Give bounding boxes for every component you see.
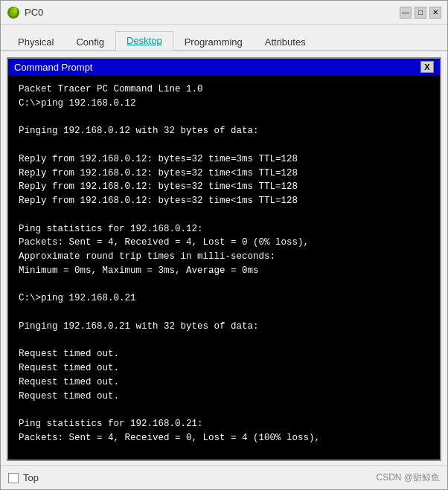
tab-physical[interactable]: Physical [7,33,65,51]
cmd-line: Reply from 192.168.0.12: bytes=32 time<1… [19,167,429,181]
cmd-line [19,278,429,292]
cmd-line [19,445,429,460]
tab-config[interactable]: Config [65,33,115,51]
cmd-line [19,403,429,417]
watermark: CSDN @甜鲸鱼 [376,471,440,484]
command-prompt-window: Command Prompt X Packet Tracer PC Comman… [7,57,441,461]
tab-bar: Physical Config Desktop Programming Attr… [1,25,447,51]
maximize-button[interactable]: □ [415,7,426,19]
cmd-body[interactable]: Packet Tracer PC Command Line 1.0C:\>pin… [8,75,440,460]
cmd-close-button[interactable]: X [420,61,434,73]
tab-desktop[interactable]: Desktop [115,31,173,51]
cmd-line: C:\>ping 192.168.0.12 [19,97,429,111]
cmd-line: Reply from 192.168.0.12: bytes=32 time<1… [19,194,429,208]
cmd-line [19,334,429,348]
cmd-line: Packets: Sent = 4, Received = 4, Lost = … [19,236,429,250]
cmd-line [19,138,429,152]
tab-attributes[interactable]: Attributes [254,33,317,51]
window-title: PC0 [25,7,43,18]
close-button[interactable]: ✕ [429,7,441,19]
cmd-line: Pinging 192.168.0.12 with 32 bytes of da… [19,124,429,138]
cmd-line [19,208,429,222]
cmd-line: C:\> [19,459,429,460]
cmd-line [19,306,429,320]
cmd-line: Minimum = 0ms, Maximum = 3ms, Average = … [19,264,429,278]
cmd-line: Reply from 192.168.0.12: bytes=32 time=3… [19,152,429,167]
window-controls: — □ ✕ [400,7,441,19]
app-icon [7,6,20,19]
cmd-line: Ping statistics for 192.168.0.12: [19,222,429,236]
svg-point-2 [13,7,17,13]
cmd-line: C:\>ping 192.168.0.21 [19,291,429,306]
tab-programming[interactable]: Programming [173,33,254,51]
top-checkbox[interactable] [8,473,19,483]
cmd-line [19,111,429,125]
cmd-line: Request timed out. [19,375,429,390]
cmd-line: Request timed out. [19,390,429,404]
cmd-line: Request timed out. [19,361,429,375]
cmd-line: Pinging 192.168.0.21 with 32 bytes of da… [19,320,429,334]
cmd-line: Ping statistics for 192.168.0.21: [19,417,429,431]
cmd-title-label: Command Prompt [14,62,92,73]
minimize-button[interactable]: — [400,7,412,19]
top-label: Top [23,472,39,483]
cmd-line: Reply from 192.168.0.12: bytes=32 time<1… [19,180,429,194]
cmd-line: Approximate round trip times in milli-se… [19,250,429,264]
bottom-left: Top [8,472,39,483]
cmd-title-bar: Command Prompt X [8,59,440,75]
cmd-line: Request timed out. [19,347,429,361]
bottom-bar: Top CSDN @甜鲸鱼 [1,465,447,489]
cmd-line: Packets: Sent = 4, Received = 0, Lost = … [19,431,429,445]
main-content: Command Prompt X Packet Tracer PC Comman… [1,51,447,467]
cmd-line: Packet Tracer PC Command Line 1.0 [19,83,429,97]
title-bar: PC0 — □ ✕ [1,1,447,25]
